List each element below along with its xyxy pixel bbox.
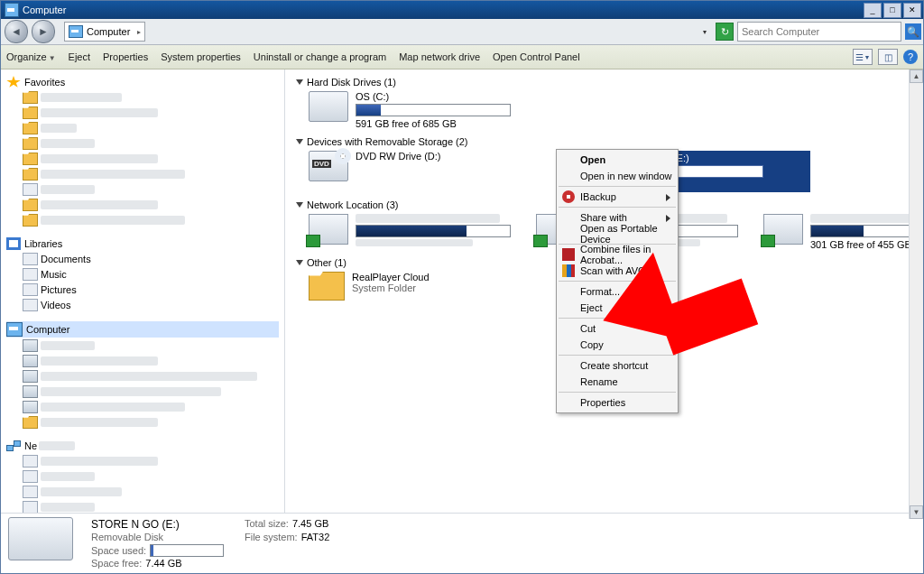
collapse-icon: [296, 260, 303, 265]
folder-icon: [23, 106, 38, 119]
search-box[interactable]: [737, 22, 901, 42]
scroll-up-button[interactable]: ▲: [910, 69, 923, 83]
favorites-item[interactable]: [23, 198, 279, 212]
search-input[interactable]: [738, 26, 901, 37]
drive-dvd-d[interactable]: DVD RW Drive (D:): [309, 151, 534, 192]
network-drive-1[interactable]: [309, 214, 511, 250]
content-scrollbar[interactable]: ▲ ▼: [909, 69, 923, 519]
library-pictures[interactable]: Pictures: [23, 282, 279, 297]
scroll-down-button[interactable]: ▼: [910, 505, 923, 519]
network-header[interactable]: Ne: [6, 439, 279, 453]
library-videos[interactable]: Videos: [23, 298, 279, 312]
tree-drive[interactable]: [23, 400, 279, 414]
collapse-icon: [296, 139, 303, 144]
network-drive-3[interactable]: 301 GB free of 455 GB: [763, 214, 923, 250]
ctx-open[interactable]: Open: [559, 152, 676, 168]
item-subtitle: System Folder: [352, 282, 430, 293]
command-bar: Organize▼ Eject Properties System proper…: [1, 45, 923, 69]
refresh-button[interactable]: ↻: [716, 23, 734, 41]
address-dropdown[interactable]: ▾: [699, 28, 710, 36]
computer-icon: [5, 3, 19, 17]
control-panel-button[interactable]: Open Control Panel: [493, 51, 580, 62]
favorites-item[interactable]: [23, 182, 279, 197]
ctx-combine-acrobat[interactable]: Combine files in Acrobat...: [559, 246, 676, 263]
ctx-open-portable[interactable]: Open as Portable Device: [559, 226, 676, 242]
breadcrumb[interactable]: Computer: [87, 26, 135, 37]
other-realplayer-cloud[interactable]: RealPlayer Cloud System Folder: [309, 272, 534, 301]
network-item[interactable]: [23, 500, 279, 513]
forward-button[interactable]: ►: [32, 20, 55, 43]
folder-icon: [309, 272, 345, 301]
pictures-icon: [23, 283, 38, 296]
favorites-item[interactable]: [23, 106, 279, 120]
preview-pane-button[interactable]: ◫: [878, 49, 898, 65]
drive-os-c[interactable]: OS (C:) 591 GB free of 685 GB: [309, 91, 534, 129]
filesystem-label: File system:: [245, 532, 298, 542]
chevron-right-icon[interactable]: ▸: [135, 28, 141, 36]
group-header-removable[interactable]: Devices with Removable Storage (2): [296, 136, 912, 147]
favorites-header[interactable]: Favorites: [6, 75, 279, 89]
computer-header[interactable]: Computer: [6, 321, 279, 338]
map-drive-button[interactable]: Map network drive: [399, 51, 480, 62]
ctx-properties[interactable]: Properties: [559, 394, 676, 411]
avg-icon: [562, 264, 575, 277]
maximize-button[interactable]: □: [883, 3, 901, 18]
computer-icon: [69, 25, 83, 38]
libraries-header[interactable]: Libraries: [6, 236, 279, 251]
search-button[interactable]: 🔍: [905, 23, 921, 40]
organize-menu[interactable]: Organize▼: [6, 51, 56, 62]
ctx-open-new-window[interactable]: Open in new window: [559, 168, 676, 184]
favorites-item[interactable]: [23, 213, 279, 227]
minimize-button[interactable]: _: [864, 3, 882, 18]
space-free-label: Space free:: [91, 558, 142, 569]
system-properties-button[interactable]: System properties: [161, 51, 241, 62]
network-item[interactable]: [23, 485, 279, 499]
favorites-item[interactable]: [23, 136, 279, 151]
back-button[interactable]: ◄: [5, 20, 28, 43]
library-documents[interactable]: Documents: [23, 252, 279, 266]
drive-free-text: 301 GB free of 455 GB: [810, 239, 923, 250]
uninstall-button[interactable]: Uninstall or change a program: [254, 51, 386, 62]
favorites-item[interactable]: [23, 167, 279, 181]
content-area[interactable]: Hard Disk Drives (1) OS (C:) 591 GB free…: [285, 69, 923, 513]
titlebar: Computer _ □ ✕: [1, 1, 923, 19]
favorites-item[interactable]: [23, 152, 279, 166]
documents-icon: [23, 253, 38, 265]
ctx-rename[interactable]: Rename: [559, 374, 676, 390]
total-size-value: 7.45 GB: [292, 518, 328, 529]
computer-icon: [23, 455, 38, 468]
network-item[interactable]: [23, 469, 279, 484]
drive-icon: [23, 370, 38, 383]
view-options-button[interactable]: ☰▼: [853, 49, 873, 65]
address-bar[interactable]: Computer ▸: [64, 22, 145, 42]
computer-icon: [23, 470, 38, 483]
network-item[interactable]: [23, 454, 279, 468]
dropbox-icon: [23, 183, 38, 196]
details-pane: STORE N GO (E:) Removable Disk Space use…: [1, 513, 923, 573]
favorites-item[interactable]: [23, 121, 279, 135]
tree-drive[interactable]: [23, 369, 279, 384]
hdd-icon: [309, 91, 348, 122]
drive-label: DVD RW Drive (D:): [356, 151, 441, 162]
tree-folder[interactable]: [23, 415, 279, 430]
network-icon: [6, 440, 21, 452]
group-header-hdd[interactable]: Hard Disk Drives (1): [296, 77, 912, 88]
navigation-tree[interactable]: Favorites Libraries Documents Music Pict…: [1, 69, 285, 513]
favorites-item[interactable]: [23, 90, 279, 105]
properties-button[interactable]: Properties: [103, 51, 148, 62]
folder-icon: [23, 416, 38, 429]
tree-drive[interactable]: [23, 338, 279, 353]
library-music[interactable]: Music: [23, 267, 279, 282]
network-drive-icon: [763, 214, 803, 245]
close-button[interactable]: ✕: [903, 3, 921, 18]
tree-drive[interactable]: [23, 354, 279, 368]
space-bar: [356, 225, 511, 237]
folder-icon: [23, 122, 38, 134]
filesystem-value: FAT32: [301, 532, 330, 542]
help-icon[interactable]: ?: [903, 50, 918, 64]
eject-button[interactable]: Eject: [69, 51, 90, 62]
drive-free-text: 591 GB free of 685 GB: [356, 118, 511, 129]
tree-drive[interactable]: [23, 384, 279, 399]
computer-icon: [23, 501, 38, 513]
ctx-ibackup[interactable]: IBackup: [559, 189, 676, 205]
